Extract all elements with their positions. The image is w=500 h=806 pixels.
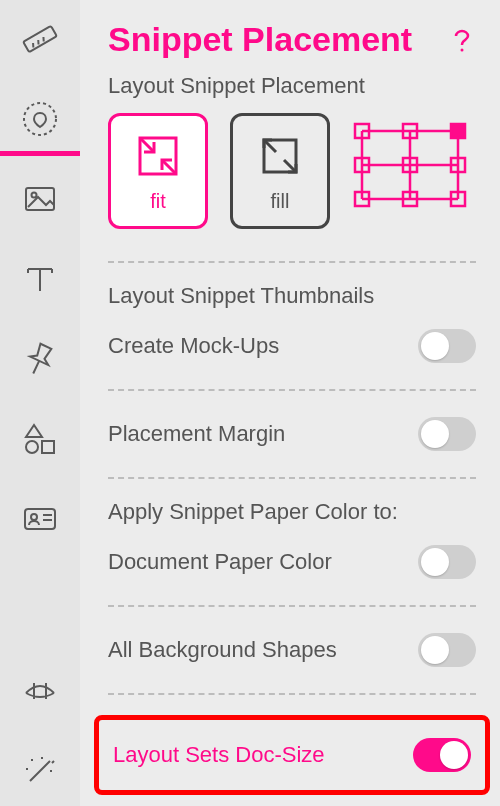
svg-line-2 [37,40,41,44]
divider [108,477,476,479]
bg-shapes-row: All Background Shapes [108,627,476,673]
settings-panel: Snippet Placement Layout Snippet Placeme… [80,0,500,806]
svg-point-7 [26,441,38,453]
svg-rect-0 [23,26,57,52]
docsize-toggle[interactable] [413,738,471,772]
svg-point-13 [461,48,464,51]
bg-shapes-label: All Background Shapes [108,637,337,663]
bg-shapes-toggle[interactable] [418,633,476,667]
svg-line-15 [140,138,154,152]
image-icon[interactable] [0,164,80,234]
svg-point-10 [31,514,37,520]
docsize-highlight: Layout Sets Doc-Size [94,715,490,795]
margin-toggle[interactable] [418,417,476,451]
id-card-icon[interactable] [0,484,80,554]
panel-header: Snippet Placement [108,20,476,59]
doc-paper-toggle[interactable] [418,545,476,579]
docsize-label: Layout Sets Doc-Size [113,742,325,768]
svg-line-18 [264,140,276,152]
margin-row: Placement Margin [108,411,476,457]
svg-point-6 [32,193,37,198]
mockups-row: Create Mock-Ups [108,323,476,369]
docsize-row: Layout Sets Doc-Size [113,732,471,778]
svg-rect-8 [42,441,54,453]
placement-label: Layout Snippet Placement [108,73,476,99]
placement-fit-button[interactable]: fit [108,113,208,229]
placement-fill-button[interactable]: fill [230,113,330,229]
svg-line-3 [42,37,46,41]
svg-rect-28 [451,124,465,138]
pin-icon[interactable] [0,324,80,394]
divider [108,693,476,695]
text-icon[interactable] [0,244,80,314]
margin-label: Placement Margin [108,421,285,447]
diagram-icon[interactable] [0,656,80,726]
anchor-grid[interactable] [352,113,468,213]
mockups-toggle[interactable] [418,329,476,363]
svg-line-1 [31,43,35,47]
svg-line-19 [284,160,296,172]
doc-paper-row: Document Paper Color [108,539,476,585]
favorite-icon[interactable] [0,84,80,154]
fill-label: fill [271,190,290,213]
help-icon[interactable] [448,26,476,54]
svg-line-16 [162,160,176,174]
apply-paper-label: Apply Snippet Paper Color to: [108,499,476,525]
divider [108,261,476,263]
sidebar [0,0,80,806]
wand-icon[interactable] [0,736,80,806]
svg-point-4 [24,103,56,135]
fit-label: fit [150,190,166,213]
ruler-icon[interactable] [0,4,80,74]
doc-paper-label: Document Paper Color [108,549,332,575]
divider [108,389,476,391]
thumbnails-label: Layout Snippet Thumbnails [108,283,476,309]
divider [108,605,476,607]
placement-options: fit fill [108,113,476,241]
mockups-label: Create Mock-Ups [108,333,279,359]
shapes-icon[interactable] [0,404,80,474]
panel-title: Snippet Placement [108,20,412,59]
